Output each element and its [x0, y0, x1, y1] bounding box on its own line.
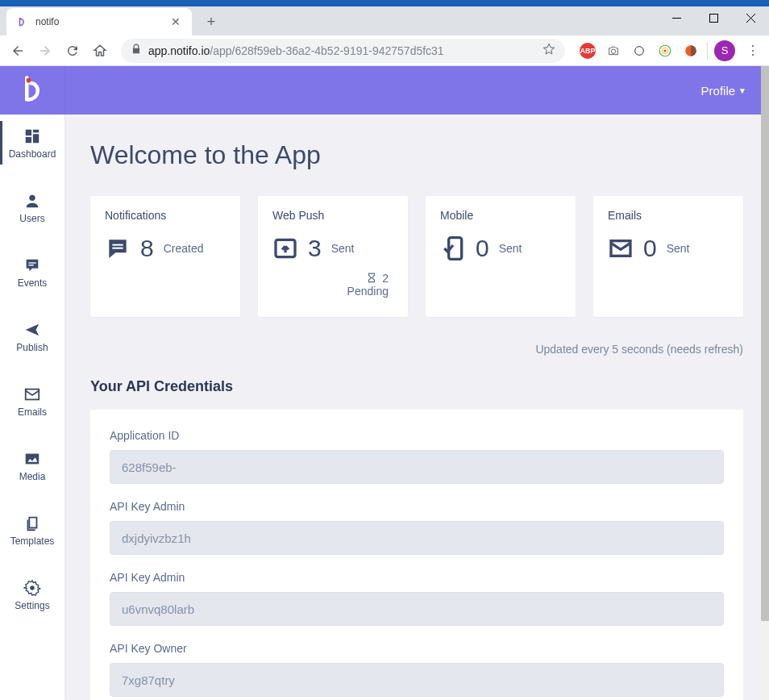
stat-value: 0: [643, 235, 657, 262]
window-titlebar: [0, 0, 769, 6]
svg-rect-22: [112, 248, 123, 249]
svg-rect-12: [33, 130, 39, 133]
settings-icon: [23, 579, 41, 597]
credentials-panel: Application ID API Key Admin API Key Adm…: [90, 410, 743, 700]
card-title: Emails: [608, 209, 729, 222]
browser-tab[interactable]: notifo ✕: [6, 8, 192, 35]
svg-point-15: [29, 195, 35, 201]
forward-button[interactable]: [32, 38, 58, 64]
back-button[interactable]: [5, 38, 31, 64]
svg-point-10: [27, 78, 31, 83]
swirl-extension-icon[interactable]: [657, 43, 673, 59]
sidebar-item-emails[interactable]: Emails: [0, 365, 64, 429]
hourglass-icon: [366, 273, 377, 284]
home-button[interactable]: [87, 38, 113, 64]
card-title: Notifications: [105, 209, 226, 222]
dashboard-icon: [23, 127, 41, 145]
close-window-button[interactable]: [732, 5, 769, 31]
media-icon: [23, 450, 41, 468]
stat-value: 3: [308, 235, 322, 262]
browser-upload-icon: [272, 235, 298, 261]
svg-rect-19: [26, 454, 39, 465]
app-logo[interactable]: [0, 66, 64, 115]
sidebar-label: Events: [18, 277, 48, 289]
extension-icons: ABP: [573, 43, 705, 59]
sidebar-item-templates[interactable]: Templates: [0, 494, 64, 558]
stat-label: Sent: [499, 242, 522, 255]
favicon-icon: [16, 15, 29, 28]
close-icon[interactable]: ✕: [169, 15, 182, 28]
star-icon[interactable]: [542, 43, 555, 58]
card-webpush: Web Push 3 Sent 2 Pending: [258, 196, 408, 317]
field-label: API Key Admin: [110, 500, 724, 513]
card-title: Web Push: [272, 209, 393, 222]
browser-toolbar: app.notifo.io/app/628f59eb-36a2-4b52-919…: [0, 35, 769, 66]
window-controls: [658, 5, 769, 31]
update-note: Updated every 5 seconds (needs refresh): [90, 343, 743, 356]
minimize-button[interactable]: [658, 5, 695, 31]
publish-icon: [23, 321, 41, 339]
sidebar-label: Dashboard: [9, 148, 56, 160]
new-tab-button[interactable]: +: [200, 10, 222, 33]
svg-rect-11: [26, 130, 31, 135]
circle-extension-icon[interactable]: [683, 43, 699, 59]
sidebar-item-publish[interactable]: Publish: [0, 300, 64, 365]
sidebar-label: Emails: [18, 406, 47, 418]
card-mobile: Mobile 0 Sent: [426, 196, 576, 317]
url-path: /app/628f59eb-36a2-4b52-9191-942757d5fc3…: [210, 44, 443, 57]
events-icon: [23, 256, 41, 274]
url-bar[interactable]: app.notifo.io/app/628f59eb-36a2-4b52-919…: [121, 39, 565, 63]
section-title: Your API Credentials: [90, 378, 743, 395]
profile-dropdown[interactable]: Profile ▼: [701, 84, 746, 98]
emails-icon: [23, 385, 41, 403]
card-notifications: Notifications 8 Created: [90, 196, 240, 317]
sidebar-label: Templates: [10, 535, 55, 547]
app-topbar: Profile ▼: [64, 66, 769, 115]
mobile-check-icon: [440, 235, 466, 261]
stat-label: Created: [164, 242, 204, 255]
main-content: Profile ▼ Welcome to the App Notificatio…: [64, 66, 769, 700]
sidebar-label: Settings: [15, 600, 49, 611]
application-id-input[interactable]: [110, 450, 724, 484]
reload-button[interactable]: [60, 38, 85, 64]
card-title: Mobile: [440, 209, 561, 222]
svg-rect-16: [28, 262, 35, 263]
browser-menu-button[interactable]: ⋮: [742, 43, 764, 58]
api-key-owner-input[interactable]: [110, 663, 724, 697]
abp-extension-icon[interactable]: ABP: [580, 43, 596, 59]
stat-value: 0: [476, 235, 489, 262]
svg-point-5: [635, 46, 644, 55]
sidebar-item-events[interactable]: Events: [0, 235, 64, 300]
users-icon: [23, 192, 41, 210]
moon-extension-icon[interactable]: [631, 43, 647, 59]
sidebar-item-media[interactable]: Media: [0, 429, 64, 494]
sidebar-label: Media: [19, 471, 46, 482]
svg-rect-13: [33, 134, 39, 143]
sidebar-item-dashboard[interactable]: Dashboard: [0, 115, 64, 171]
sidebar-item-users[interactable]: Users: [0, 171, 64, 235]
app-container: Dashboard Users Events Publish Emails Me…: [0, 66, 769, 700]
field-label: API Key Owner: [110, 642, 724, 655]
stat-label: Sent: [667, 242, 690, 255]
svg-point-8: [664, 49, 667, 52]
svg-rect-14: [26, 137, 31, 143]
sidebar: Dashboard Users Events Publish Emails Me…: [0, 66, 64, 700]
tab-title: notifo: [35, 16, 163, 27]
sidebar-item-settings[interactable]: Settings: [0, 558, 64, 623]
camera-extension-icon[interactable]: [605, 43, 621, 59]
field-label: API Key Admin: [110, 571, 724, 584]
card-emails: Emails 0 Sent: [593, 196, 743, 317]
api-key-admin-input-2[interactable]: [110, 592, 724, 626]
page-title: Welcome to the App: [90, 140, 743, 170]
url-domain: app.notifo.io: [148, 44, 210, 57]
scrollbar[interactable]: [761, 66, 769, 700]
lock-icon: [131, 44, 142, 57]
maximize-button[interactable]: [695, 5, 732, 31]
svg-rect-17: [28, 265, 33, 265]
stat-cards: Notifications 8 Created Web Push 3 Sent: [90, 196, 743, 317]
templates-icon: [23, 515, 41, 532]
api-key-admin-input[interactable]: [110, 521, 724, 555]
user-avatar[interactable]: S: [714, 40, 735, 61]
chevron-down-icon: ▼: [738, 86, 746, 95]
svg-rect-2: [709, 14, 717, 22]
